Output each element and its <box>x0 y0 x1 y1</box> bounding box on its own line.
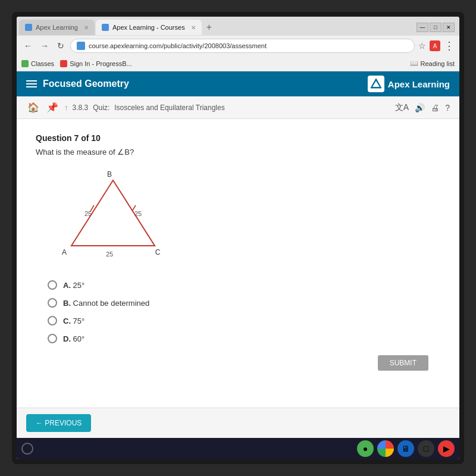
option-c[interactable]: C. 75° <box>48 316 440 325</box>
radio-d[interactable] <box>48 334 57 343</box>
audio-icon[interactable]: 🔊 <box>415 103 425 112</box>
taskbar-icon-5[interactable]: ▶ <box>438 440 455 457</box>
app-title: Focused Geometry <box>43 79 129 89</box>
option-b-label: B. Cannot be determined <box>63 299 149 308</box>
tab-bar: Apex Learning ✕ Apex Learning - Courses … <box>17 17 459 36</box>
tab-close-2[interactable]: ✕ <box>191 24 196 31</box>
apex-logo: Apex Learning <box>368 76 450 92</box>
radio-b[interactable] <box>48 298 57 308</box>
breadcrumb-prefix: 3.8.3 <box>73 104 89 112</box>
address-bar[interactable]: course.apexlearning.com/public/activity/… <box>70 39 415 53</box>
quiz-breadcrumb: ↑ 3.8.3 Quiz: Isosceles and Equilateral … <box>64 103 225 112</box>
reload-button[interactable]: ↻ <box>55 40 67 52</box>
question-text: What is the measure of ∠B? <box>36 148 440 156</box>
reading-list[interactable]: 📖 Reading list <box>410 60 455 67</box>
bookmark-button[interactable]: 📌 <box>45 101 60 114</box>
side-ac-label: 25 <box>106 250 113 258</box>
bookmark-classes-label: Classes <box>31 60 54 67</box>
side-bc-label: 25 <box>134 210 142 217</box>
option-c-label: C. 75° <box>63 317 84 325</box>
more-icon[interactable]: ⋮ <box>444 39 455 52</box>
question-header: Question 7 of 10 <box>36 133 440 143</box>
bookmark-classes[interactable]: Classes <box>21 60 54 67</box>
address-text: course.apexlearning.com/public/activity/… <box>89 42 267 49</box>
breadcrumb-label: Quiz: <box>93 104 109 112</box>
quiz-nav-bar: 🏠 📌 ↑ 3.8.3 Quiz: Isosceles and Equilate… <box>17 96 459 119</box>
print-icon[interactable]: 🖨 <box>431 103 439 112</box>
quiz-nav-left: 🏠 📌 ↑ 3.8.3 Quiz: Isosceles and Equilate… <box>26 101 225 114</box>
tab-label-1: Apex Learning <box>36 24 78 31</box>
apex-logo-icon <box>368 76 384 92</box>
progress-icon <box>60 60 67 67</box>
monitor-bezel: Apex Learning ✕ Apex Learning - Courses … <box>12 12 464 464</box>
classes-icon <box>21 60 29 67</box>
bottom-bar: ← PREVIOUS <box>17 408 459 438</box>
maximize-button[interactable]: □ <box>430 23 441 32</box>
reading-list-label: Reading list <box>421 60 455 67</box>
forward-button[interactable]: → <box>38 40 51 52</box>
app-header: Focused Geometry Apex Learning <box>17 71 459 96</box>
tab-label-2: Apex Learning - Courses <box>112 24 185 31</box>
translate-icon[interactable]: 文A <box>395 102 409 113</box>
tab-apex-courses[interactable]: Apex Learning - Courses ✕ <box>96 20 202 35</box>
screen: Apex Learning ✕ Apex Learning - Courses … <box>17 17 459 459</box>
bookmark-progress[interactable]: Sign In - ProgressB... <box>60 60 132 67</box>
app-header-left: Focused Geometry <box>26 79 129 89</box>
tab-close-1[interactable]: ✕ <box>84 24 89 31</box>
svg-marker-0 <box>71 180 155 246</box>
home-button[interactable]: 🏠 <box>26 101 40 114</box>
tab-icon-1 <box>25 24 32 31</box>
previous-button[interactable]: ← PREVIOUS <box>26 414 91 432</box>
window-controls: — □ ✕ <box>416 23 457 32</box>
option-a-label: A. 25° <box>63 281 84 290</box>
option-d-label: D. 60° <box>63 334 84 343</box>
radio-c[interactable] <box>48 316 57 325</box>
new-tab-button[interactable]: + <box>203 22 215 33</box>
submit-area: SUBMIT <box>36 355 440 371</box>
help-icon[interactable]: ? <box>445 103 450 112</box>
tab-icon-2 <box>102 24 109 31</box>
radio-a[interactable] <box>48 280 57 290</box>
apex-logo-text: Apex Learning <box>388 79 450 89</box>
star-icon[interactable]: ☆ <box>418 41 426 51</box>
address-bar-row: ← → ↻ course.apexlearning.com/public/act… <box>17 36 459 56</box>
option-a[interactable]: A. 25° <box>48 280 440 290</box>
bookmark-progress-label: Sign In - ProgressB... <box>70 60 132 67</box>
close-button[interactable]: ✕ <box>443 23 455 32</box>
taskbar-start-icon[interactable] <box>21 443 33 455</box>
browser-chrome: Apex Learning ✕ Apex Learning - Courses … <box>17 17 459 71</box>
taskbar-icon-3[interactable]: 🖥 <box>397 440 414 457</box>
breadcrumb-topic: Isosceles and Equilateral Triangles <box>114 104 224 112</box>
bookmark-bar: Classes Sign In - ProgressB... 📖 Reading… <box>17 56 459 71</box>
main-content: Question 7 of 10 What is the measure of … <box>17 119 459 408</box>
pdf-icon: A <box>430 40 440 51</box>
level-icon: ↑ <box>64 103 68 112</box>
minimize-button[interactable]: — <box>416 23 428 32</box>
taskbar-icon-1[interactable]: ● <box>357 440 374 457</box>
answer-options: A. 25° B. Cannot be determined C. 75° D.… <box>48 280 440 343</box>
triangle-diagram: B A C 25 25 25 <box>60 168 440 266</box>
tab-apex-learning[interactable]: Apex Learning ✕ <box>19 20 95 35</box>
quiz-nav-right: 文A 🔊 🖨 ? <box>395 102 450 113</box>
option-b[interactable]: B. Cannot be determined <box>48 298 440 308</box>
option-d[interactable]: D. 60° <box>48 334 440 343</box>
taskbar-icon-4[interactable]: □ <box>418 440 434 457</box>
menu-icon[interactable] <box>26 80 37 87</box>
site-icon <box>77 42 85 50</box>
vertex-a-label: A <box>62 248 67 256</box>
taskbar-icon-chrome[interactable] <box>377 440 394 457</box>
vertex-c-label: C <box>155 248 161 256</box>
back-button[interactable]: ← <box>21 40 35 52</box>
taskbar: ● 🖥 □ ▶ <box>17 438 459 459</box>
submit-button[interactable]: SUBMIT <box>378 355 428 371</box>
vertex-b-label: B <box>107 170 112 178</box>
